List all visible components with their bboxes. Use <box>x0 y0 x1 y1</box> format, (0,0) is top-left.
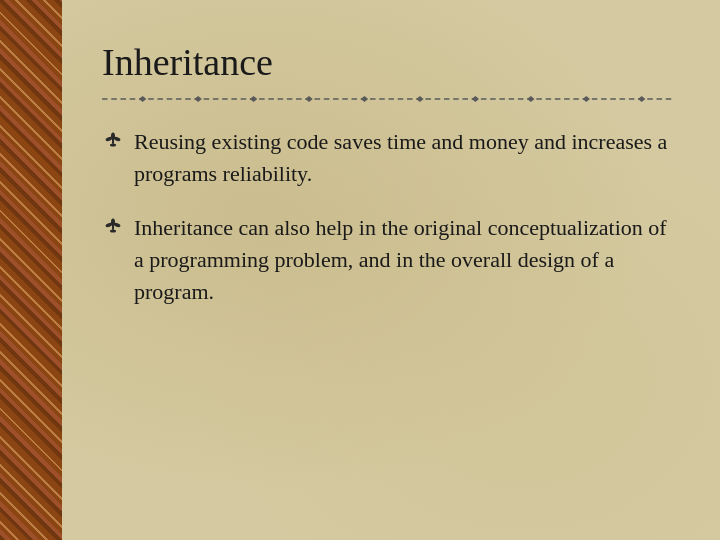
divider-line <box>102 94 675 104</box>
svg-marker-7 <box>472 96 479 102</box>
svg-marker-8 <box>527 96 534 102</box>
bullet-icon-1 <box>102 128 124 150</box>
svg-marker-6 <box>416 96 423 102</box>
svg-marker-9 <box>583 96 590 102</box>
svg-marker-5 <box>361 96 368 102</box>
svg-marker-3 <box>250 96 257 102</box>
decorative-border <box>0 0 62 540</box>
slide-title: Inheritance <box>102 40 675 84</box>
svg-rect-12 <box>112 138 114 144</box>
bullet-icon-2 <box>102 214 124 236</box>
bullet-text-2: Inheritance can also help in the origina… <box>134 212 675 308</box>
svg-marker-1 <box>139 96 146 102</box>
bullet-text-1: Reusing existing code saves time and mon… <box>134 126 675 190</box>
svg-marker-4 <box>305 96 312 102</box>
list-item: Inheritance can also help in the origina… <box>102 212 675 308</box>
svg-marker-10 <box>638 96 645 102</box>
svg-point-15 <box>110 144 116 147</box>
svg-point-20 <box>110 229 116 232</box>
bullet-list: Reusing existing code saves time and mon… <box>102 126 675 307</box>
svg-marker-2 <box>194 96 201 102</box>
slide-content: Inheritance <box>62 0 720 540</box>
list-item: Reusing existing code saves time and mon… <box>102 126 675 190</box>
svg-rect-17 <box>112 224 114 230</box>
